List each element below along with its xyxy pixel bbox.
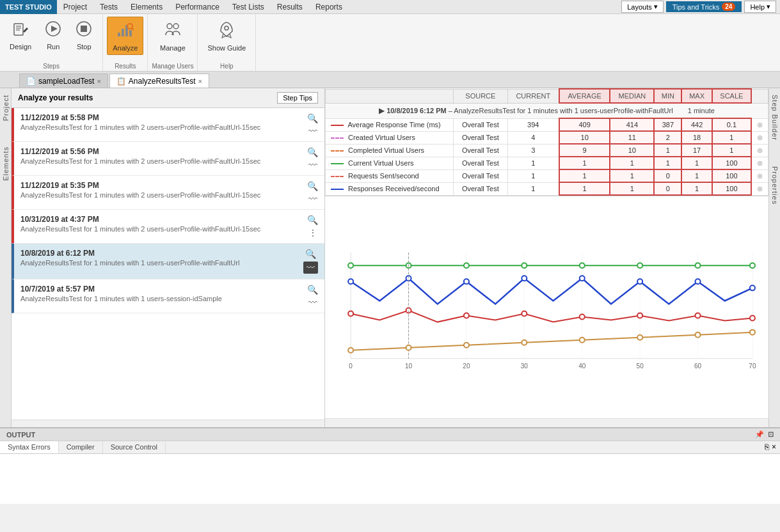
- row-close-icon[interactable]: ⊗: [757, 172, 763, 180]
- row-close-icon[interactable]: ⊗: [757, 185, 763, 192]
- test-item[interactable]: 11/12/2019 at 5:35 PM AnalyzeResultsTest…: [12, 176, 324, 210]
- chart-scrollbar[interactable]: [325, 418, 768, 427]
- copy-icon[interactable]: ⎘: [765, 442, 769, 452]
- test-item-selected[interactable]: 10/8/2019 at 6:12 PM AnalyzeResultsTest …: [12, 244, 324, 279]
- tab-file-icon: 📄: [26, 77, 36, 86]
- menu-testlists[interactable]: Test Lists: [226, 0, 271, 13]
- stop-button[interactable]: Stop: [69, 17, 99, 54]
- tab-close-active-icon[interactable]: ×: [198, 77, 202, 85]
- svg-point-61: [464, 343, 469, 348]
- test-item-date: 11/12/2019 at 5:35 PM: [20, 181, 303, 190]
- ribbon-buttons-help: Show Guide: [202, 17, 251, 61]
- analyze-label: Analyze: [113, 44, 138, 52]
- row-close-cell[interactable]: ⊗: [751, 131, 768, 144]
- pin-icon[interactable]: 📌: [755, 430, 764, 439]
- metrics-panel: SOURCE CURRENT AVERAGE MEDIAN MIN MAX SC…: [325, 88, 768, 427]
- search-icon[interactable]: 🔍: [307, 215, 318, 225]
- svg-rect-7: [81, 26, 87, 32]
- tab-close-icon[interactable]: ×: [97, 77, 100, 85]
- properties-label[interactable]: Properties: [771, 166, 779, 205]
- col-max: MAX: [681, 89, 712, 103]
- metric-name-cell: Current Virtual Users: [326, 157, 454, 169]
- metrics-table-wrap: SOURCE CURRENT AVERAGE MEDIAN MIN MAX SC…: [325, 88, 768, 196]
- menu-performance[interactable]: Performance: [169, 0, 226, 13]
- expand-icon[interactable]: ▶: [379, 106, 385, 115]
- row-close-icon[interactable]: ⊗: [757, 146, 763, 154]
- table-row: Created Virtual Users Overall Test 4 10 …: [326, 131, 768, 144]
- chart-icon[interactable]: 〰: [308, 160, 317, 170]
- step-tips-button[interactable]: Step Tips: [277, 92, 318, 104]
- svg-line-13: [132, 28, 134, 30]
- scale-cell: 0.1: [712, 118, 751, 131]
- more-options-icon[interactable]: ⋮: [308, 228, 317, 238]
- manage-button[interactable]: Manage: [154, 17, 191, 55]
- chart-icon[interactable]: 〰: [308, 126, 317, 136]
- chart-icon[interactable]: 〰: [308, 194, 317, 204]
- average-cell: 10: [559, 131, 610, 144]
- svg-rect-11: [129, 30, 132, 36]
- chart-svg: 0 10 20 30 40 50 60 70: [331, 203, 762, 418]
- row-close-cell[interactable]: ⊗: [751, 144, 768, 157]
- test-item[interactable]: 10/7/2019 at 5:57 PM AnalyzeResultsTest …: [12, 279, 324, 313]
- search-icon[interactable]: 🔍: [307, 285, 318, 295]
- layouts-button[interactable]: Layouts ▾: [621, 1, 664, 13]
- row-close-icon[interactable]: ⊗: [757, 134, 763, 141]
- help-button[interactable]: Help ▾: [744, 1, 776, 13]
- row-close-cell[interactable]: ⊗: [751, 157, 768, 169]
- menu-project[interactable]: Project: [57, 0, 93, 13]
- test-item[interactable]: 11/12/2019 at 5:56 PM AnalyzeResultsTest…: [12, 142, 324, 176]
- test-item-actions: 🔍 〰: [307, 147, 318, 170]
- metric-name-cell: Completed Virtual Users: [326, 144, 454, 157]
- tab-sampleLoadTest[interactable]: 📄 sampleLoadTest ×: [19, 74, 108, 88]
- close-output-icon[interactable]: ×: [772, 442, 776, 452]
- chart-active-icon[interactable]: 〰: [303, 262, 318, 274]
- tab-source-control[interactable]: Source Control: [103, 441, 166, 453]
- float-icon[interactable]: ⊡: [768, 430, 774, 439]
- svg-point-42: [348, 279, 353, 284]
- menu-results[interactable]: Results: [271, 0, 309, 13]
- run-button[interactable]: Run: [38, 17, 68, 54]
- source-cell: Overall Test: [454, 169, 508, 182]
- row-close-cell[interactable]: ⊗: [751, 169, 768, 182]
- tab-syntax-errors[interactable]: Syntax Errors: [0, 441, 59, 453]
- project-label[interactable]: Project: [2, 95, 10, 121]
- row-close-icon[interactable]: ⊗: [757, 159, 763, 167]
- design-button[interactable]: Design: [4, 17, 37, 54]
- menu-elements[interactable]: Elements: [124, 0, 169, 13]
- output-tab-actions: ⎘ ×: [761, 441, 780, 453]
- right-side-labels: Step Builder Properties: [768, 88, 780, 427]
- row-close-cell[interactable]: ⊗: [751, 118, 768, 131]
- average-cell: 9: [559, 144, 610, 157]
- col-metric: [326, 89, 454, 103]
- tips-tricks-button[interactable]: Tips and Tricks 24: [666, 1, 742, 12]
- min-cell: 2: [654, 131, 681, 144]
- test-item-date: 11/12/2019 at 5:56 PM: [20, 147, 303, 156]
- test-item[interactable]: 11/12/2019 at 5:58 PM AnalyzeResultsTest…: [12, 108, 324, 142]
- menu-tests[interactable]: Tests: [93, 0, 124, 13]
- median-cell: 11: [610, 131, 654, 144]
- average-cell: 409: [559, 118, 610, 131]
- chart-icon[interactable]: 〰: [308, 297, 317, 308]
- horizontal-scrollbar[interactable]: [12, 419, 324, 427]
- search-icon[interactable]: 🔍: [305, 249, 316, 259]
- step-builder-label[interactable]: Step Builder: [771, 95, 779, 141]
- ribbon-group-results: Analyze Results: [103, 14, 148, 71]
- output-tabs: Syntax Errors Compiler Source Control ⎘ …: [0, 441, 780, 454]
- row-close-icon[interactable]: ⊗: [757, 121, 763, 129]
- row-close-cell[interactable]: ⊗: [751, 182, 768, 195]
- menu-reports[interactable]: Reports: [309, 0, 349, 13]
- svg-point-37: [521, 263, 527, 268]
- test-item[interactable]: 10/31/2019 at 4:37 PM AnalyzeResultsTest…: [12, 210, 324, 244]
- average-cell: 1: [559, 169, 610, 182]
- svg-point-41: [750, 263, 755, 268]
- tab-compiler[interactable]: Compiler: [59, 441, 103, 453]
- tab-analyzeResultsTest[interactable]: 📋 AnalyzeResultsTest ×: [109, 74, 209, 88]
- show-guide-button[interactable]: Show Guide: [202, 17, 251, 55]
- analyze-button[interactable]: Analyze: [107, 17, 143, 55]
- elements-label[interactable]: Elements: [2, 146, 10, 181]
- search-icon[interactable]: 🔍: [307, 147, 318, 157]
- current-cell: 3: [507, 144, 559, 157]
- search-icon[interactable]: 🔍: [307, 181, 318, 191]
- svg-point-49: [750, 285, 755, 290]
- search-icon[interactable]: 🔍: [307, 113, 318, 123]
